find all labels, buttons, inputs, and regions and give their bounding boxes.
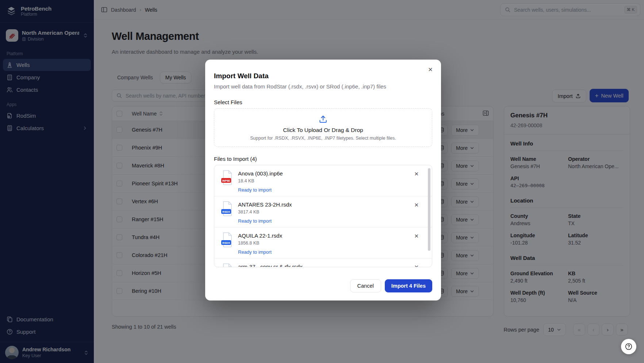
- dropzone-main-text: Click To Upload Or Drag & Drop: [283, 127, 363, 133]
- upload-dropzone[interactable]: Click To Upload Or Drag & Drop Support f…: [214, 108, 432, 147]
- upload-icon: [318, 114, 328, 124]
- svg-text:INP6E: INP6E: [222, 179, 230, 182]
- file-status-link[interactable]: Ready to import: [238, 187, 283, 193]
- remove-file-icon[interactable]: ✕: [414, 202, 419, 208]
- file-row: RSDX arm-37 - copy sr & rfx.rsdx ✕: [214, 258, 432, 267]
- file-row: RSDX ANTARES 23-2H.rsdx 3817.4 KB Ready …: [214, 196, 432, 227]
- file-name: arm-37 - copy sr & rfx.rsdx: [238, 263, 303, 267]
- file-size: 3817.4 KB: [238, 209, 292, 215]
- file-size: 18.4 KB: [238, 178, 283, 184]
- file-icon: INP6E: [221, 170, 233, 196]
- svg-text:RSDX: RSDX: [222, 241, 230, 245]
- file-status-link[interactable]: Ready to import: [238, 249, 282, 255]
- files-to-import-label: Files to Import (4): [214, 156, 432, 162]
- import-modal: ✕ Import Well Data Import well data from…: [205, 60, 441, 300]
- help-button[interactable]: [621, 339, 636, 354]
- help-icon: [625, 343, 633, 351]
- select-files-label: Select Files: [214, 99, 432, 105]
- remove-file-icon[interactable]: ✕: [414, 233, 419, 239]
- file-icon: RSDX: [221, 263, 233, 267]
- file-row: RSDX AQUILA 22-1.rsdx 1856.8 KB Ready to…: [214, 227, 432, 258]
- file-name: AQUILA 22-1.rsdx: [238, 232, 282, 239]
- import-files-button[interactable]: Import 4 Files: [385, 279, 432, 292]
- modal-subtitle: Import well data from RodStar (.rsdx, .r…: [214, 83, 432, 90]
- dropzone-sub-text: Support for .RSDX, .RSVX, .INP6E, .INP7 …: [250, 136, 396, 141]
- file-icon: RSDX: [221, 201, 233, 227]
- file-name: ANTARES 23-2H.rsdx: [238, 201, 292, 208]
- svg-text:RSDX: RSDX: [222, 210, 230, 213]
- file-list[interactable]: INP6E Anova (003).inp6e 18.4 KB Ready to…: [214, 165, 432, 267]
- file-status-link[interactable]: Ready to import: [238, 218, 292, 224]
- remove-file-icon[interactable]: ✕: [414, 171, 419, 177]
- app-root: PetroBench Platform North American Opera: [0, 0, 644, 363]
- scrollbar-thumb[interactable]: [428, 168, 430, 251]
- file-name: Anova (003).inp6e: [238, 170, 283, 177]
- modal-title: Import Well Data: [214, 72, 432, 80]
- close-icon[interactable]: ✕: [426, 65, 435, 74]
- file-row: INP6E Anova (003).inp6e 18.4 KB Ready to…: [214, 165, 432, 196]
- remove-file-icon[interactable]: ✕: [414, 264, 419, 267]
- cancel-button[interactable]: Cancel: [350, 279, 381, 292]
- file-size: 1856.8 KB: [238, 240, 282, 246]
- file-icon: RSDX: [221, 232, 233, 258]
